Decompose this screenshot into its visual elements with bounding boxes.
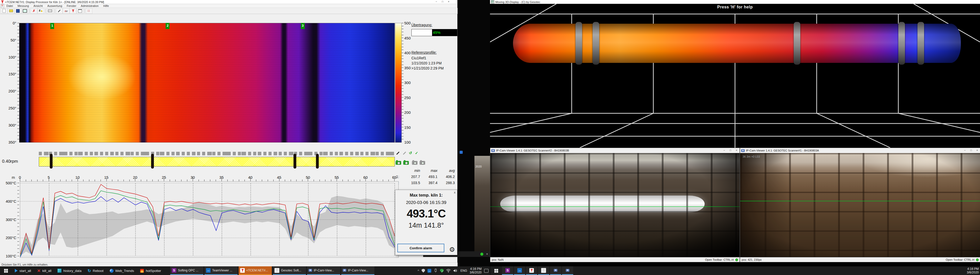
camera-gray-icon[interactable]: [412, 161, 417, 165]
ipcam1-video-feed[interactable]: [490, 153, 740, 257]
start-button[interactable]: [0, 266, 12, 275]
minimize-button[interactable]: −: [433, 0, 439, 4]
3d-viewport[interactable]: Press 'H' for help: [490, 4, 980, 148]
taskbar2-tcem[interactable]: [526, 266, 537, 275]
grid-button[interactable]: [86, 8, 92, 14]
ipcam2-maximize-button[interactable]: □: [968, 149, 974, 153]
angle-tick-label: 100°: [5, 55, 16, 59]
annotation-button[interactable]: av: [63, 8, 69, 14]
camera-green-icon[interactable]: [396, 161, 401, 165]
tray2-time: 4:16 PM: [967, 267, 979, 271]
ipcam2-minimize-button[interactable]: −: [962, 149, 968, 153]
shortcut-history-data[interactable]: history_data: [54, 266, 84, 275]
tray-clock[interactable]: 4:16 PM 3/6/2020: [469, 267, 482, 274]
angle-tick-label: 150°: [5, 72, 16, 76]
tray-language[interactable]: ENG: [460, 269, 467, 272]
teamviewer-close-icon[interactable]: ×: [486, 252, 488, 256]
chart-y-tick-label: 300°C: [1, 217, 16, 221]
keyboard-button[interactable]: [47, 8, 53, 14]
chart-canvas: [20, 182, 398, 258]
function-button[interactable]: F: [38, 8, 44, 14]
app-label: IP-Cam-View...: [348, 269, 368, 272]
taskbar2-softing[interactable]: S: [502, 266, 513, 275]
kiln-shell-bar[interactable]: [39, 157, 395, 166]
start-button-2[interactable]: [490, 266, 502, 275]
confirm-alarm-button[interactable]: Confirm alarm: [397, 244, 444, 252]
taskbar2-gesotec[interactable]: [538, 266, 549, 275]
taskbar-app-ipcam-1[interactable]: IP-Cam-View...: [307, 266, 340, 275]
defender-icon[interactable]: [440, 269, 444, 273]
maximize-button[interactable]: □: [439, 0, 445, 4]
kiln-tyre-ring-1: [576, 22, 582, 65]
ipcam1-minimize-button[interactable]: −: [721, 149, 727, 153]
angle-tick-label: 0°: [5, 21, 16, 25]
taskbar-app-tcem-active[interactable]: <TCEM.NET#...: [239, 266, 272, 275]
transfer-panel: Übertragung: 45% Referenzprofile: Ciu1Re…: [408, 21, 457, 144]
menu-messung[interactable]: Messung: [15, 4, 32, 7]
shortcut-label: Web_Trends: [115, 269, 134, 273]
menu-datei[interactable]: Datei: [4, 4, 15, 7]
pen-icon[interactable]: [396, 152, 399, 155]
camera-green-icon-2[interactable]: [403, 161, 409, 165]
usb-icon[interactable]: [434, 269, 438, 273]
shortcut-reboot[interactable]: ↻ Reboot: [84, 266, 107, 275]
notification-center-icon[interactable]: [484, 269, 488, 273]
refresh-icon[interactable]: ↺: [409, 151, 412, 155]
menu-administration[interactable]: Administration: [79, 4, 101, 7]
ipcam2-video-feed[interactable]: 36 3m +0 L03: [740, 153, 980, 257]
tray-app-icon[interactable]: [460, 151, 463, 154]
filter-funnel-button[interactable]: [70, 8, 76, 14]
alarm-settings-gear-icon[interactable]: ⚙: [449, 246, 455, 253]
taskbar-app-teamviewer[interactable]: ↔ TeamViewer ...: [204, 266, 238, 275]
ipcam1-maximize-button[interactable]: □: [727, 149, 733, 153]
stats-header-min: min: [407, 169, 420, 173]
menu-ansicht[interactable]: Ansicht: [31, 4, 45, 7]
taskbar2-ipcam-2[interactable]: [562, 266, 573, 275]
volume-icon[interactable]: [453, 269, 458, 272]
wifi-icon[interactable]: [446, 269, 451, 272]
tray-teamviewer-icon[interactable]: ↔: [428, 269, 431, 273]
new-file-button[interactable]: [1, 8, 7, 14]
tray-shield-icon[interactable]: [422, 269, 425, 273]
menu-hilfe[interactable]: Hilfe: [101, 4, 111, 7]
m-axis-unit: m: [12, 175, 15, 180]
3d-app-icon: [491, 0, 494, 3]
alarm-close-icon[interactable]: x: [454, 190, 456, 194]
menu-auswertung[interactable]: Auswertung: [45, 4, 64, 7]
display-button[interactable]: [21, 8, 28, 14]
pen-button[interactable]: [56, 8, 62, 14]
row1-max: 493.1: [425, 175, 438, 179]
taskbar-app-softing[interactable]: S Softing OPC ...: [170, 266, 204, 275]
tcem-icon: [240, 268, 245, 273]
ipcam-app-icon: [491, 149, 495, 152]
camera-gray-icon-2[interactable]: [420, 161, 425, 165]
kiln-tyre-ring-4: [898, 22, 905, 65]
temperature-profile-chart[interactable]: [20, 181, 399, 258]
save-button[interactable]: [14, 8, 21, 14]
shortcut-web-trends[interactable]: Web_Trends: [107, 266, 137, 275]
kiln-shell-heatmap[interactable]: [19, 23, 395, 142]
ipcam2-close-button[interactable]: ×: [974, 149, 980, 153]
taskbar-app-ipcam-2[interactable]: IP-Cam-View...: [341, 266, 374, 275]
tray-clock-2[interactable]: 4:16 PM 3/6/2020: [967, 267, 979, 274]
menu-fenster[interactable]: Fenster: [65, 4, 79, 7]
chart-y-tick-label: 500°C: [1, 181, 16, 185]
open-file-button[interactable]: [8, 8, 14, 14]
tray-chevron-icon[interactable]: ^: [417, 269, 419, 273]
ipcam1-toolbar-hint: Open Toolbar: CTRL-H: [705, 258, 734, 261]
windows-logo-icon-2: [494, 269, 498, 273]
shortcut-kill-all[interactable]: ✕ kill_all: [34, 266, 55, 275]
angle-tick-label: 250°: [5, 106, 16, 110]
pen-gray-icon[interactable]: [403, 152, 406, 155]
shortcut-hotspotter[interactable]: hotSpotter: [137, 266, 164, 275]
taskbar2-ipcam-1[interactable]: [550, 266, 561, 275]
delete-button[interactable]: ✗: [30, 8, 37, 14]
close-button[interactable]: ×: [445, 0, 452, 4]
confirm-check-icon[interactable]: ✓: [415, 151, 418, 155]
ipcam1-close-button[interactable]: ×: [733, 149, 740, 153]
shortcut-start-all[interactable]: start_all: [12, 266, 34, 275]
window-layout-button[interactable]: [76, 8, 83, 14]
ipcam2-titlebar: IP-Cam-Viewer 1.4.1: GESOTEC Scanner#1 -…: [740, 148, 980, 153]
taskbar2-teamviewer[interactable]: ↔: [514, 266, 525, 275]
taskbar-app-gesotec[interactable]: Gesotec Soft...: [273, 266, 306, 275]
